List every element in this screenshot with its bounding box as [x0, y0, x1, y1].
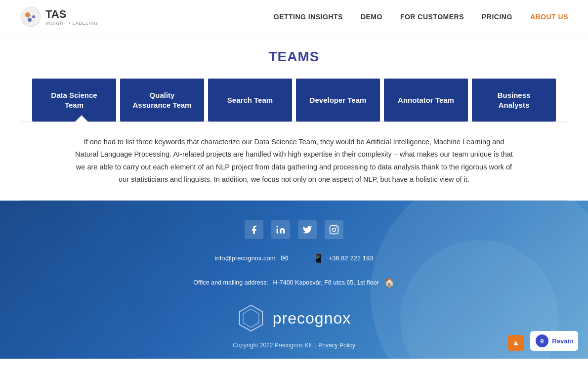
phone-text: +36 82 222 193 — [329, 254, 374, 262]
address-icon: 🏠 — [384, 276, 395, 290]
nav-getting-insights[interactable]: GETTING INSIGHTS — [274, 13, 343, 21]
site-header: TAS INSIGHT • LABELING GETTING INSIGHTS … — [0, 0, 588, 34]
site-footer: info@precognox.com ✉ 📱 +36 82 222 193 Of… — [0, 201, 588, 359]
copyright-text: Copyright 2022 Precognox Kft. | — [233, 342, 317, 349]
twitter-icon[interactable] — [298, 220, 317, 239]
teams-tabs: Data Science Team Quality Assurance Team… — [20, 79, 568, 122]
logo-subtitle: INSIGHT • LABELING — [45, 21, 98, 26]
tab-quality-assurance[interactable]: Quality Assurance Team — [120, 79, 204, 122]
social-links — [20, 220, 568, 239]
tab-data-science[interactable]: Data Science Team — [32, 79, 116, 122]
scroll-top-button[interactable]: ▲ — [508, 335, 524, 351]
nav-pricing[interactable]: PRICING — [482, 13, 512, 21]
svg-marker-11 — [243, 309, 259, 328]
phone-icon: 📱 — [313, 253, 324, 264]
facebook-icon[interactable] — [245, 220, 263, 239]
main-content: TEAMS Data Science Team Quality Assuranc… — [0, 34, 588, 201]
teams-title: TEAMS — [20, 49, 568, 65]
tab-annotator[interactable]: Annotator Team — [384, 79, 468, 122]
tab-search[interactable]: Search Team — [208, 79, 292, 122]
nav-about-us[interactable]: ABOUT US — [530, 13, 568, 21]
tab-developer[interactable]: Developer Team — [296, 79, 380, 122]
svg-rect-7 — [330, 225, 338, 234]
linkedin-icon[interactable] — [271, 220, 290, 239]
svg-point-0 — [21, 7, 41, 27]
phone-contact: 📱 +36 82 222 193 — [313, 253, 374, 264]
logo[interactable]: TAS INSIGHT • LABELING — [20, 6, 98, 28]
privacy-policy-link[interactable]: Privacy Policy — [318, 342, 355, 349]
svg-point-6 — [277, 225, 278, 227]
address-value: H-7400 Kaposvár, Fő utca 65, 1st floor — [273, 278, 379, 288]
svg-point-8 — [333, 228, 336, 231]
tab-description-container: If one had to list three keywords that c… — [20, 122, 568, 201]
revain-text: Revain — [552, 337, 573, 345]
footer-copyright: Copyright 2022 Precognox Kft. | Privacy … — [20, 342, 568, 349]
svg-point-9 — [336, 227, 337, 228]
nav-demo[interactable]: DEMO — [361, 13, 382, 21]
tab-description: If one had to list three keywords that c… — [72, 136, 516, 186]
address-label: Office and mailing address: — [193, 278, 268, 288]
footer-contact: info@precognox.com ✉ 📱 +36 82 222 193 — [20, 253, 568, 264]
nav-for-customers[interactable]: FOR CUSTOMERS — [400, 13, 464, 21]
footer-logo: precognox — [20, 304, 568, 332]
instagram-icon[interactable] — [325, 220, 343, 239]
main-nav: GETTING INSIGHTS DEMO FOR CUSTOMERS PRIC… — [274, 13, 568, 21]
revain-badge[interactable]: R Revain — [530, 331, 578, 351]
footer-brand: precognox — [273, 309, 351, 328]
tab-pointer — [75, 115, 88, 122]
email-text: info@precognox.com — [215, 254, 276, 262]
email-icon: ✉ — [281, 253, 288, 264]
email-contact: info@precognox.com ✉ — [215, 253, 288, 264]
footer-address: Office and mailing address: H-7400 Kapos… — [20, 276, 568, 290]
svg-text:R: R — [541, 339, 545, 344]
logo-name: TAS — [45, 8, 98, 21]
tab-business-analysts[interactable]: Business Analysts — [472, 79, 556, 122]
